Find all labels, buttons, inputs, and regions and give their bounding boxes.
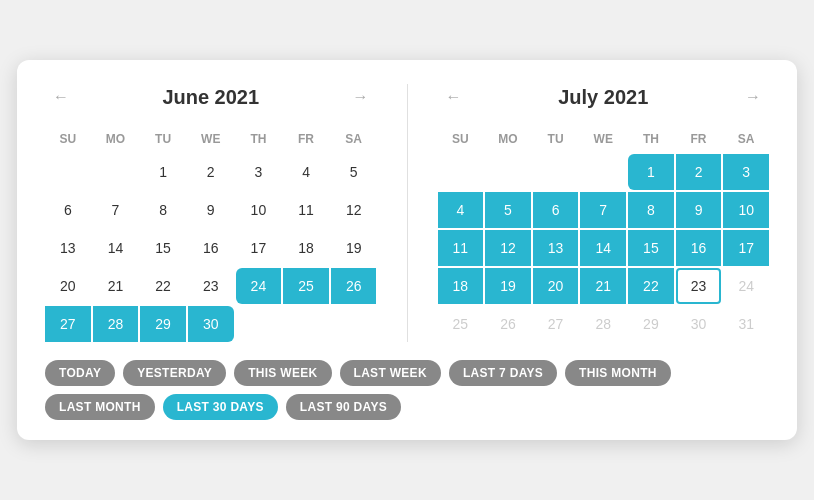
july-prev-arrow[interactable]: ← <box>438 84 470 110</box>
day-cell <box>331 306 377 342</box>
day-cell[interactable]: 13 <box>45 230 91 266</box>
weekday-header: MO <box>485 126 531 152</box>
weekday-header: TH <box>628 126 674 152</box>
shortcut-button-today[interactable]: TODAY <box>45 360 115 386</box>
day-cell[interactable]: 27 <box>45 306 91 342</box>
day-cell[interactable]: 8 <box>628 192 674 228</box>
july-next-arrow[interactable]: → <box>737 84 769 110</box>
day-cell[interactable]: 5 <box>331 154 377 190</box>
day-cell[interactable]: 29 <box>628 306 674 342</box>
weekday-header: SA <box>331 126 377 152</box>
day-cell[interactable]: 18 <box>438 268 484 304</box>
day-cell[interactable]: 6 <box>533 192 579 228</box>
shortcut-button-yesterday[interactable]: YESTERDAY <box>123 360 226 386</box>
day-cell[interactable]: 20 <box>45 268 91 304</box>
shortcut-button-last-month[interactable]: LAST MONTH <box>45 394 155 420</box>
day-cell[interactable]: 9 <box>676 192 722 228</box>
weekday-header: TH <box>236 126 282 152</box>
day-cell[interactable]: 18 <box>283 230 329 266</box>
day-cell[interactable]: 23 <box>676 268 722 304</box>
day-cell[interactable]: 27 <box>533 306 579 342</box>
day-cell <box>236 306 282 342</box>
calendar-divider <box>407 84 408 342</box>
day-cell[interactable]: 19 <box>331 230 377 266</box>
june-next-arrow[interactable]: → <box>344 84 376 110</box>
july-header: ← July 2021 → <box>438 84 770 110</box>
shortcut-button-last-30-days[interactable]: LAST 30 DAYS <box>163 394 278 420</box>
day-cell[interactable]: 1 <box>140 154 186 190</box>
day-cell[interactable]: 14 <box>93 230 139 266</box>
day-cell[interactable]: 14 <box>580 230 626 266</box>
day-cell[interactable]: 15 <box>140 230 186 266</box>
day-cell[interactable]: 23 <box>188 268 234 304</box>
day-cell[interactable]: 17 <box>236 230 282 266</box>
day-cell[interactable]: 28 <box>580 306 626 342</box>
day-cell[interactable]: 2 <box>676 154 722 190</box>
day-cell[interactable]: 30 <box>676 306 722 342</box>
day-cell[interactable]: 24 <box>236 268 282 304</box>
day-cell[interactable]: 25 <box>283 268 329 304</box>
day-cell[interactable]: 2 <box>188 154 234 190</box>
day-cell[interactable]: 30 <box>188 306 234 342</box>
day-cell[interactable]: 5 <box>485 192 531 228</box>
day-cell[interactable]: 3 <box>236 154 282 190</box>
day-cell[interactable]: 9 <box>188 192 234 228</box>
day-cell[interactable]: 31 <box>723 306 769 342</box>
day-cell[interactable]: 29 <box>140 306 186 342</box>
day-cell[interactable]: 16 <box>676 230 722 266</box>
day-cell[interactable]: 6 <box>45 192 91 228</box>
day-cell[interactable]: 22 <box>140 268 186 304</box>
weekday-header: FR <box>676 126 722 152</box>
shortcut-button-this-week[interactable]: THIS WEEK <box>234 360 331 386</box>
day-cell[interactable]: 7 <box>93 192 139 228</box>
day-cell[interactable]: 19 <box>485 268 531 304</box>
day-cell[interactable]: 28 <box>93 306 139 342</box>
day-cell[interactable]: 10 <box>236 192 282 228</box>
day-cell[interactable]: 11 <box>438 230 484 266</box>
day-cell <box>93 154 139 190</box>
day-cell <box>533 154 579 190</box>
day-cell[interactable]: 13 <box>533 230 579 266</box>
day-cell[interactable]: 21 <box>580 268 626 304</box>
weekday-header: MO <box>93 126 139 152</box>
july-title: July 2021 <box>558 86 648 109</box>
shortcuts-bar: TODAYYESTERDAYTHIS WEEKLAST WEEKLAST 7 D… <box>45 360 769 420</box>
day-cell[interactable]: 26 <box>485 306 531 342</box>
june-grid: SUMOTUWETHFRSA12345678910111213141516171… <box>45 126 377 342</box>
day-cell[interactable]: 26 <box>331 268 377 304</box>
shortcut-button-last-90-days[interactable]: LAST 90 DAYS <box>286 394 401 420</box>
day-cell[interactable]: 25 <box>438 306 484 342</box>
day-cell[interactable]: 24 <box>723 268 769 304</box>
weekday-header: TU <box>140 126 186 152</box>
day-cell[interactable]: 8 <box>140 192 186 228</box>
day-cell[interactable]: 7 <box>580 192 626 228</box>
day-cell[interactable]: 4 <box>438 192 484 228</box>
weekday-header: SU <box>45 126 91 152</box>
july-grid: SUMOTUWETHFRSA12345678910111213141516171… <box>438 126 770 342</box>
day-cell[interactable]: 20 <box>533 268 579 304</box>
day-cell[interactable]: 1 <box>628 154 674 190</box>
weekday-header: TU <box>533 126 579 152</box>
shortcut-button-last-week[interactable]: LAST WEEK <box>340 360 441 386</box>
weekday-header: SU <box>438 126 484 152</box>
weekday-header: SA <box>723 126 769 152</box>
day-cell[interactable]: 16 <box>188 230 234 266</box>
calendar-picker: ← June 2021 → SUMOTUWETHFRSA123456789101… <box>17 60 797 440</box>
day-cell[interactable]: 4 <box>283 154 329 190</box>
june-title: June 2021 <box>162 86 259 109</box>
day-cell[interactable]: 12 <box>331 192 377 228</box>
day-cell[interactable]: 15 <box>628 230 674 266</box>
day-cell <box>283 306 329 342</box>
day-cell[interactable]: 21 <box>93 268 139 304</box>
day-cell[interactable]: 12 <box>485 230 531 266</box>
calendars-row: ← June 2021 → SUMOTUWETHFRSA123456789101… <box>45 84 769 342</box>
shortcut-button-last-7-days[interactable]: LAST 7 DAYS <box>449 360 557 386</box>
day-cell[interactable]: 17 <box>723 230 769 266</box>
day-cell[interactable]: 11 <box>283 192 329 228</box>
day-cell[interactable]: 22 <box>628 268 674 304</box>
june-prev-arrow[interactable]: ← <box>45 84 77 110</box>
day-cell[interactable]: 3 <box>723 154 769 190</box>
day-cell <box>45 154 91 190</box>
shortcut-button-this-month[interactable]: THIS MONTH <box>565 360 671 386</box>
day-cell[interactable]: 10 <box>723 192 769 228</box>
